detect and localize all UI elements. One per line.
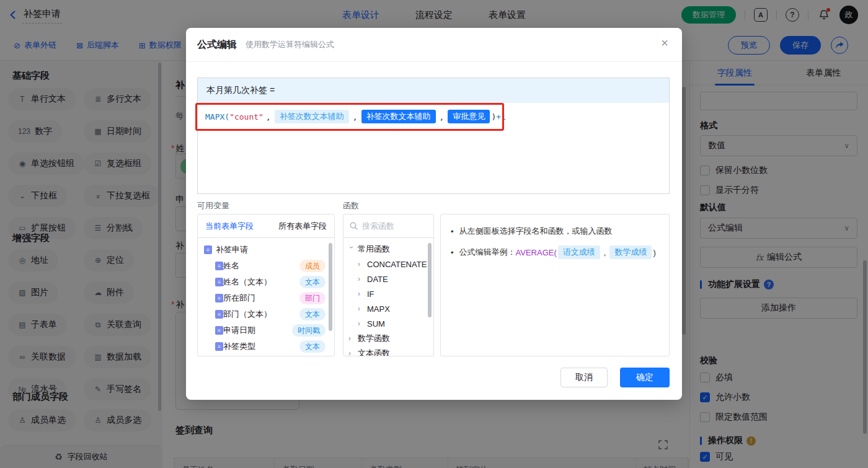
variable-row[interactable]: ≡ 申请日期 时间戳 — [198, 322, 334, 338]
function-name: CONCATENATE — [367, 260, 427, 269]
function-row[interactable]: › 数学函数 — [343, 331, 433, 346]
chevron-icon: › — [358, 260, 364, 268]
function-name: SUM — [367, 319, 385, 329]
function-search-input[interactable] — [362, 221, 424, 231]
variables-tab[interactable]: 当前表单字段 — [205, 221, 254, 232]
form-doc-icon: ≡ — [215, 294, 223, 302]
variable-row[interactable]: ≡ 姓名 成员 — [198, 258, 334, 274]
variable-type-badge: 部门 — [299, 292, 326, 304]
modal-footer: 取消 确定 — [560, 368, 670, 387]
function-row[interactable]: › SUM — [343, 316, 433, 331]
tip-token: AVERAGE( — [516, 248, 557, 257]
confirm-button[interactable]: 确定 — [620, 368, 670, 387]
variable-name: 姓名（文本） — [223, 276, 272, 288]
form-doc-icon: ≡ — [215, 342, 223, 351]
variable-name: 姓名 — [223, 260, 239, 272]
formula-editor-box: 本月第几次补签 = MAPX("count",补签次数文本辅助,补签次数文本辅助… — [197, 77, 670, 194]
variables-tabs: 当前表单字段所有表单字段 — [198, 214, 334, 238]
tip-line-1: 从左侧面板选择字段名和函数，或输入函数 — [451, 226, 659, 237]
function-row[interactable]: › MAPX — [343, 301, 433, 316]
form-doc-icon: ≡ — [215, 278, 223, 286]
functions-label: 函数 — [343, 200, 359, 211]
variable-name: 部门（文本） — [223, 309, 272, 320]
modal-subtitle: 使用数学运算符编辑公式 — [246, 39, 334, 50]
chevron-icon: › — [358, 304, 364, 313]
function-row[interactable]: › DATE — [343, 272, 433, 286]
function-row[interactable]: › CONCATENATE — [343, 257, 433, 272]
function-row[interactable]: › IF — [343, 286, 433, 301]
modal-title: 公式编辑 — [197, 38, 237, 51]
tip-token: 语文成绩 — [558, 245, 600, 259]
formula-token[interactable]: , — [353, 112, 358, 121]
formula-token[interactable]: 审批意见 — [448, 110, 490, 123]
formula-target: 本月第几次补签 = — [198, 78, 669, 103]
cancel-button[interactable]: 取消 — [560, 368, 608, 387]
chevron-icon: › — [358, 275, 364, 283]
form-doc-icon: ≡ — [215, 310, 223, 319]
tip-token: ) — [653, 248, 655, 257]
formula-token[interactable]: 补签次数文本辅助 — [361, 110, 436, 123]
variable-type-badge: 文本 — [299, 340, 326, 353]
chevron-icon: › — [348, 334, 355, 343]
variable-type-badge: 文本 — [299, 308, 326, 320]
function-name: IF — [367, 289, 374, 299]
variable-name: 补签类型 — [223, 341, 255, 352]
search-icon — [350, 222, 358, 230]
function-row[interactable]: › 文本函数 — [343, 346, 433, 356]
variables-panel: 当前表单字段所有表单字段 ≡ 补签申请 ≡ 姓名 成员 ≡ 姓名（文本） — [197, 214, 335, 356]
close-icon[interactable]: × — [661, 37, 668, 49]
formula-token[interactable]: ) — [491, 112, 496, 121]
function-name: MAPX — [367, 304, 390, 314]
tip-token: 公式编辑举例： — [459, 247, 516, 258]
variable-type-badge: 文本 — [299, 276, 326, 288]
variable-row[interactable]: ≡ 补签类型 文本 — [198, 338, 334, 355]
variables-tab[interactable]: 所有表单字段 — [278, 221, 327, 232]
modal-header: 公式编辑 使用数学运算符编辑公式 × — [186, 28, 682, 62]
function-name: 文本函数 — [358, 348, 390, 356]
form-doc-icon: ≡ — [215, 326, 223, 335]
variable-type-badge: 成员 — [299, 260, 326, 272]
variable-row[interactable]: ≡ 补签申请 — [198, 242, 334, 258]
function-name: 常用函数 — [358, 244, 390, 255]
formula-token[interactable]: "count" — [229, 112, 264, 121]
function-name: DATE — [367, 275, 388, 284]
chevron-icon: › — [358, 289, 364, 298]
formula-input-area[interactable]: MAPX("count",补签次数文本辅助,补签次数文本辅助,审批意见)+1 — [198, 103, 669, 130]
tip-token: 数学成绩 — [609, 245, 652, 259]
functions-scrollbar[interactable] — [428, 243, 432, 317]
functions-panel: › 常用函数 › CONCATENATE › DATE › IF — [343, 214, 434, 356]
formula-editor-modal: 公式编辑 使用数学运算符编辑公式 × 本月第几次补签 = MAPX("count… — [186, 28, 682, 400]
function-row[interactable]: › 常用函数 — [343, 242, 433, 257]
formula-token[interactable]: , — [440, 112, 445, 121]
form-doc-icon: ≡ — [204, 245, 212, 254]
form-doc-icon: ≡ — [215, 262, 223, 270]
variable-row[interactable]: ≡ 所在部门 部门 — [198, 290, 334, 306]
tip-line-2: 公式编辑举例：AVERAGE(语文成绩,数学成绩) — [451, 245, 659, 259]
function-search — [343, 214, 433, 238]
chevron-icon: › — [348, 349, 355, 356]
variable-name: 所在部门 — [223, 293, 255, 304]
tip-token: , — [604, 248, 606, 257]
variables-label: 可用变量 — [197, 200, 229, 211]
chevron-icon: › — [358, 319, 364, 328]
variable-name: 补签申请 — [216, 244, 248, 255]
formula-token[interactable]: 补签次数文本辅助 — [275, 110, 349, 123]
function-list: › 常用函数 › CONCATENATE › DATE › IF — [343, 238, 433, 356]
variable-name: 申请日期 — [223, 325, 255, 336]
function-name: 数学函数 — [358, 333, 390, 344]
formula-token[interactable]: MAPX( — [205, 112, 229, 121]
variables-scrollbar[interactable] — [329, 243, 332, 331]
formula-token[interactable]: , — [266, 112, 271, 121]
formula-token[interactable]: +1 — [496, 112, 506, 121]
variables-list: ≡ 补签申请 ≡ 姓名 成员 ≡ 姓名（文本） 文本 ≡ — [198, 238, 334, 355]
variable-row[interactable]: ≡ 部门（文本） 文本 — [198, 306, 334, 322]
variable-type-badge: 时间戳 — [292, 324, 326, 337]
tips-panel: 从左侧面板选择字段名和函数，或输入函数 公式编辑举例：AVERAGE(语文成绩,… — [440, 214, 670, 356]
chevron-icon: › — [347, 246, 356, 252]
variable-row[interactable]: ≡ 姓名（文本） 文本 — [198, 274, 334, 290]
